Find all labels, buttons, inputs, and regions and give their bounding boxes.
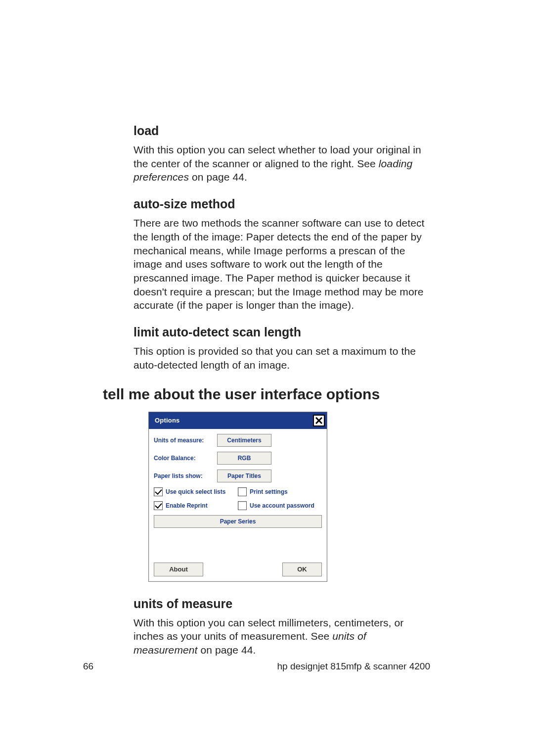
label-use-account-password: Use account password [250,502,314,509]
options-dialog: Options Units of measure: Centimeters Co… [148,412,327,582]
label-enable-reprint: Enable Reprint [166,502,208,509]
section-heading-ui-options: tell me about the user interface options [103,386,430,403]
select-color-balance[interactable]: RGB [217,452,271,465]
checkbox-print-settings[interactable] [238,487,247,496]
subheading-load: load [134,124,430,138]
row-checks-2: Enable Reprint Use account password [154,501,322,510]
ok-button[interactable]: OK [282,563,322,576]
about-button[interactable]: About [154,563,203,576]
checkbox-use-quick-select-lists[interactable] [154,487,163,496]
dialog-titlebar: Options [149,412,327,429]
subheading-auto-size-method: auto-size method [134,197,430,211]
checkbox-enable-reprint[interactable] [154,501,163,510]
footer-product-name: hp designjet 815mfp & scanner 4200 [277,661,431,672]
dialog-title: Options [155,417,180,424]
select-paper-lists-show[interactable]: Paper Titles [217,470,271,482]
select-units-of-measure[interactable]: Centimeters [217,434,271,447]
paper-series-button[interactable]: Paper Series [154,515,322,528]
row-units: Units of measure: Centimeters [154,434,322,447]
paragraph-auto-size-method: There are two methods the scanner softwa… [134,216,430,312]
label-units-of-measure: Units of measure: [154,437,217,444]
label-paper-lists-show: Paper lists show: [154,472,217,479]
dialog-bottom-row: About OK [154,563,322,576]
close-icon [315,417,322,424]
label-use-quick-select-lists: Use quick select lists [166,488,225,495]
page-number: 66 [83,661,93,672]
paragraph-limit-auto-detect: This option is provided so that you can … [134,344,430,372]
label-print-settings: Print settings [250,488,288,495]
paragraph-units-of-measure: With this option you can select millimet… [134,616,430,657]
close-button[interactable] [313,415,325,426]
subheading-units-of-measure: units of measure [134,597,430,611]
dialog-body: Units of measure: Centimeters Color Bala… [149,429,327,581]
subheading-limit-auto-detect: limit auto-detect scan length [134,325,430,339]
paragraph-load: With this option you can select whether … [134,143,430,184]
checkbox-use-account-password[interactable] [238,501,247,510]
row-paper-lists-show: Paper lists show: Paper Titles [154,470,322,482]
page-footer: 66 hp designjet 815mfp & scanner 4200 [0,661,534,672]
label-color-balance: Color Balance: [154,455,217,462]
text: on page 44. [198,644,256,656]
text: on page 44. [189,171,247,183]
text: With this option you can select whether … [134,144,421,169]
row-color-balance: Color Balance: RGB [154,452,322,465]
row-checks-1: Use quick select lists Print settings [154,487,322,496]
